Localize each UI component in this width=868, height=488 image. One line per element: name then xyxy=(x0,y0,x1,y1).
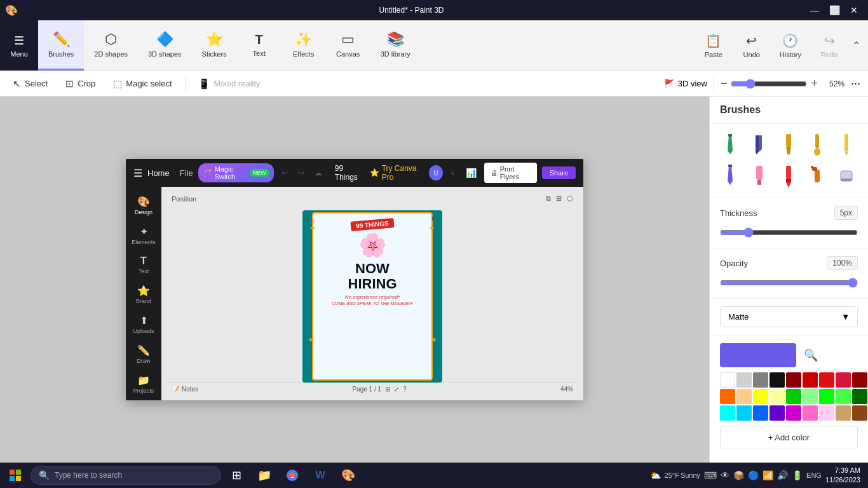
color-swatch-orange[interactable] xyxy=(720,389,735,404)
brush-highlighter[interactable] xyxy=(747,162,772,190)
more-options-button[interactable]: ··· xyxy=(848,74,863,93)
minimize-button[interactable]: — xyxy=(805,4,824,17)
brush-crayon[interactable] xyxy=(776,162,801,190)
color-swatch-green[interactable] xyxy=(786,389,801,404)
undo-button[interactable]: ↩ Undo xyxy=(734,28,770,64)
canva-undo-icon[interactable]: ↩ xyxy=(281,168,288,177)
brush-calligraphy[interactable] xyxy=(747,132,772,159)
toolbar-stickers[interactable]: ⭐ Stickers xyxy=(192,20,237,71)
color-swatch-lightgray[interactable] xyxy=(736,372,752,388)
canva-plus-icon[interactable]: + xyxy=(451,168,456,178)
color-swatch-crimson[interactable] xyxy=(836,372,851,388)
taskbar-search[interactable]: 🔍 Type here to search xyxy=(31,466,221,485)
color-swatch-pink[interactable] xyxy=(803,405,818,421)
history-button[interactable]: 🕐 History xyxy=(772,28,809,64)
opacity-slider[interactable] xyxy=(720,278,858,288)
toolbar-chevron-button[interactable]: ⌃ xyxy=(850,34,863,57)
canva-hamburger-icon[interactable]: ☰ xyxy=(133,167,142,179)
toolbar-effects[interactable]: ✨ Effects xyxy=(281,20,326,71)
texture-select[interactable]: Matte ▼ xyxy=(720,306,858,327)
color-swatch-lightorange[interactable] xyxy=(736,389,752,404)
brush-eraser[interactable] xyxy=(834,162,859,190)
color-swatch-yellow[interactable] xyxy=(753,389,768,404)
color-swatch-black[interactable] xyxy=(770,372,785,388)
mixed-reality-tool[interactable]: 📱 Mixed reality xyxy=(191,76,268,92)
menu-button[interactable]: ☰ Menu xyxy=(0,20,38,71)
zoom-plus-button[interactable]: + xyxy=(811,77,818,90)
canva-share-button[interactable]: Share xyxy=(542,166,576,179)
canva-duplicate-icon[interactable]: ⊞ xyxy=(556,194,562,203)
brush-pencil[interactable] xyxy=(834,132,859,159)
canva-sidebar-uploads[interactable]: ⬆ Uploads xyxy=(126,311,161,338)
brush-spray[interactable] xyxy=(804,162,830,190)
color-swatch-tan[interactable] xyxy=(836,405,851,421)
canva-design-canvas[interactable]: ↻ ✦ ✦ ✦ ✦ 99 THINGS 🌸 NOW HIRING xyxy=(302,210,442,383)
crop-tool[interactable]: ⊡ Crop xyxy=(58,76,103,92)
color-swatch-lightyellow[interactable] xyxy=(770,389,785,404)
color-swatch-red[interactable] xyxy=(803,372,818,388)
canva-avatar[interactable]: U xyxy=(429,165,442,180)
color-swatch-darkred[interactable] xyxy=(786,372,801,388)
color-swatch-darkgreen[interactable] xyxy=(852,389,867,404)
brush-marker[interactable] xyxy=(717,132,743,159)
canva-sidebar-design[interactable]: 🎨 Design xyxy=(126,192,161,219)
start-button[interactable] xyxy=(3,465,28,485)
canva-redo-icon[interactable]: ↪ xyxy=(298,168,304,177)
select-tool[interactable]: ↖ Select xyxy=(5,76,55,92)
toolbar-3dshapes[interactable]: 🔷 3D shapes xyxy=(138,20,192,71)
color-swatch-lightpink[interactable] xyxy=(819,405,834,421)
brush-oil[interactable] xyxy=(776,132,801,159)
brush-watercolor[interactable] xyxy=(804,132,830,159)
color-swatch-gray[interactable] xyxy=(753,372,768,388)
color-swatch-skyblue[interactable] xyxy=(736,405,752,421)
taskbar-word[interactable]: W xyxy=(308,465,333,485)
canva-save-icon[interactable]: ☁ xyxy=(315,168,322,177)
canva-home-link[interactable]: Home xyxy=(147,168,170,178)
redo-button[interactable]: ↪ Redo xyxy=(811,28,847,64)
toolbar-2dshapes[interactable]: ⬡ 2D shapes xyxy=(84,20,138,71)
page-grid-icon[interactable]: ⊞ xyxy=(385,386,390,393)
canva-sidebar-brand[interactable]: ⭐ Brand xyxy=(126,281,161,308)
brush-pen2[interactable] xyxy=(717,162,743,190)
canva-sidebar-elements[interactable]: ✦ Elements xyxy=(126,222,161,249)
toolbar-canvas[interactable]: ▭ Canvas xyxy=(326,20,370,71)
zoom-minus-button[interactable]: − xyxy=(721,77,728,90)
color-swatch-white[interactable] xyxy=(720,372,735,388)
taskbar-paint3d[interactable]: 🎨 xyxy=(336,465,361,485)
canva-try-canva[interactable]: ⭐ Try Canva Pro xyxy=(370,164,424,182)
paste-button[interactable]: 📋 Paste xyxy=(696,28,731,64)
color-swatch-purple[interactable] xyxy=(770,405,785,421)
thickness-slider[interactable] xyxy=(720,227,858,238)
canva-chart-icon[interactable]: 📊 xyxy=(466,168,477,178)
close-button[interactable]: ✕ xyxy=(845,4,863,17)
canva-magic-switch[interactable]: 🪄 Magic Switch NEW xyxy=(198,163,274,182)
color-swatch-cyan[interactable] xyxy=(720,405,735,421)
canva-copy-icon[interactable]: ⧉ xyxy=(546,194,551,203)
color-swatch-lime[interactable] xyxy=(819,389,834,404)
page-expand-icon[interactable]: ⤢ xyxy=(394,386,399,393)
canvas-area[interactable]: ☰ Home File 🪄 Magic Switch NEW ↩ ↪ ☁ 99 … xyxy=(0,97,709,463)
maximize-button[interactable]: ⬜ xyxy=(824,4,845,17)
canva-sidebar-projects[interactable]: 📁 Projects xyxy=(126,370,161,398)
canva-print-button[interactable]: 🖨 Print Flyers xyxy=(484,163,537,183)
toolbar-brushes[interactable]: ✏️ Brushes xyxy=(38,20,84,71)
taskbar-chrome[interactable] xyxy=(280,465,305,485)
canva-sidebar-text[interactable]: T Text xyxy=(126,252,161,278)
page-help-icon[interactable]: ? xyxy=(403,386,407,393)
taskbar-task-view[interactable]: ⊞ xyxy=(224,465,249,485)
taskbar-file-explorer[interactable]: 📁 xyxy=(252,465,277,485)
canva-sidebar-draw[interactable]: ✏️ Draw xyxy=(126,341,161,368)
color-swatch-brightgreen[interactable] xyxy=(836,389,851,404)
color-swatch-blue[interactable] xyxy=(753,405,768,421)
color-swatch-red2[interactable] xyxy=(819,372,834,388)
selected-color-swatch[interactable] xyxy=(720,343,796,367)
eyedropper-button[interactable]: 🔍 xyxy=(801,346,820,365)
color-swatch-darkred2[interactable] xyxy=(852,372,867,388)
color-swatch-violet[interactable] xyxy=(786,405,801,421)
color-swatch-lightgreen[interactable] xyxy=(803,389,818,404)
canva-resize-icon[interactable]: ⬡ xyxy=(567,194,573,203)
magic-select-tool[interactable]: ⬚ Magic select xyxy=(105,76,179,92)
zoom-slider[interactable] xyxy=(731,79,807,89)
add-color-button[interactable]: + Add color xyxy=(720,426,858,449)
canva-notes[interactable]: 📝 Notes xyxy=(172,386,198,393)
